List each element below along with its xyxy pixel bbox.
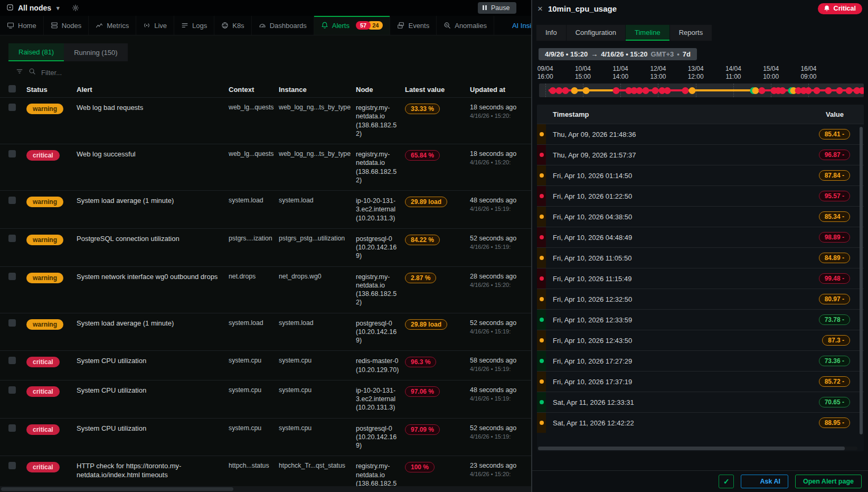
- table-row[interactable]: warningWeb log bad requestsweb_lg...ques…: [0, 97, 531, 144]
- event-row[interactable]: Thu, Apr 09, 2026 21:48:3685.41 -: [537, 124, 864, 144]
- events-horizontal-scrollbar[interactable]: [538, 447, 857, 450]
- table-row[interactable]: criticalSystem CPU utilizationsystem.cpu…: [0, 350, 531, 380]
- timeline-event-dot-warning[interactable]: [571, 87, 578, 94]
- row-checkbox[interactable]: [8, 197, 16, 204]
- table-row[interactable]: warningSystem load average (1 minute)sys…: [0, 313, 531, 351]
- row-checkbox[interactable]: [8, 273, 16, 280]
- timeline-event-dot-critical[interactable]: [556, 87, 563, 94]
- open-alert-page-button[interactable]: Open Alert page: [795, 475, 862, 488]
- row-checkbox[interactable]: [8, 150, 16, 157]
- ask-ai-button[interactable]: Ask AI: [741, 475, 788, 488]
- dashboards-icon: [259, 22, 266, 29]
- tick-date: 15/04: [763, 65, 779, 73]
- event-severity-strip: [537, 207, 546, 227]
- nav-tab-alerts[interactable]: Alerts5724: [314, 16, 391, 35]
- table-row[interactable]: warningPostgreSQL connection utilization…: [0, 228, 531, 266]
- timeline-segment-warning: [574, 89, 616, 91]
- timeline-event-dot-critical[interactable]: [682, 87, 689, 94]
- timeline-event-dot-critical[interactable]: [858, 87, 864, 94]
- close-icon[interactable]: ×: [537, 4, 543, 13]
- events-vertical-scrollbar-thumb[interactable]: [860, 127, 863, 434]
- nav-tab-metrics[interactable]: Metrics: [89, 16, 136, 35]
- panel-tab-reports[interactable]: Reports: [670, 25, 713, 41]
- status-cell: warning: [26, 319, 77, 330]
- subtab-running[interactable]: Running (150): [64, 43, 127, 61]
- table-row[interactable]: criticalSystem CPU utilizationsystem.cpu…: [0, 418, 531, 456]
- pause-button[interactable]: Pause: [478, 2, 516, 14]
- event-row[interactable]: Fri, Apr 10, 2026 12:32:5080.97 -: [537, 289, 864, 309]
- filter-input[interactable]: [41, 69, 200, 77]
- timeline-event-dot-warning[interactable]: [582, 87, 589, 94]
- status-cell: warning: [26, 235, 77, 245]
- row-checkbox[interactable]: [8, 462, 16, 469]
- node-scope-selector[interactable]: All nodes ▾: [6, 4, 60, 13]
- event-row[interactable]: Fri, Apr 10, 2026 17:37:1985.72 -: [537, 371, 864, 392]
- row-checkbox[interactable]: [8, 235, 16, 242]
- nav-tab-live[interactable]: Live: [136, 16, 174, 35]
- event-row[interactable]: Sat, Apr 11, 2026 12:33:3170.65 -: [537, 392, 864, 412]
- anomalies-icon: [444, 22, 451, 29]
- timeline-event-dot-critical[interactable]: [836, 87, 843, 94]
- timeline-event-dot-critical[interactable]: [825, 87, 832, 94]
- table-row[interactable]: warningSystem load average (1 minute)sys…: [0, 190, 531, 228]
- event-row[interactable]: Fri, Apr 10, 2026 04:48:4998.89 -: [537, 227, 864, 247]
- nav-tab-events[interactable]: Events: [390, 16, 437, 35]
- acknowledge-button[interactable]: ✓: [719, 475, 734, 488]
- row-checkbox[interactable]: [8, 319, 16, 327]
- nav-tab-ai-insights[interactable]: AI Insights: [494, 16, 531, 35]
- event-severity-strip: [537, 392, 546, 412]
- panel-tab-timeline[interactable]: Timeline: [626, 25, 670, 41]
- event-row[interactable]: Thu, Apr 09, 2026 21:57:3796.87 -: [537, 144, 864, 165]
- event-row[interactable]: Sat, Apr 11, 2026 12:42:2288.95 -: [537, 412, 864, 433]
- row-checkbox[interactable]: [8, 104, 16, 111]
- gear-icon[interactable]: [72, 4, 79, 12]
- event-row[interactable]: Fri, Apr 10, 2026 11:15:4999.48 -: [537, 268, 864, 289]
- timeline-event-dot-critical[interactable]: [758, 87, 765, 94]
- event-value-cell: 87.3 -: [822, 335, 850, 346]
- timeline-event-dot-critical[interactable]: [612, 87, 619, 94]
- row-checkbox[interactable]: [8, 386, 16, 394]
- chevron-down-icon: ▾: [56, 5, 60, 12]
- event-value-cell: 87.84 -: [819, 170, 850, 181]
- select-all-checkbox[interactable]: [8, 85, 16, 92]
- table-row[interactable]: warningSystem network interface wg0 outb…: [0, 266, 531, 313]
- table-row[interactable]: criticalWeb log successfulweb_lg...quest…: [0, 144, 531, 190]
- date-range-picker[interactable]: 4/9/26 • 15:20 → 4/16/26 • 15:20 GMT+3 •…: [539, 48, 697, 60]
- nav-tab-nodes[interactable]: Nodes: [44, 16, 89, 35]
- subtab-raised[interactable]: Raised (81): [8, 43, 64, 61]
- row-checkbox-cell: [8, 104, 26, 113]
- timeline-event-dot-critical[interactable]: [846, 87, 853, 94]
- timeline-strip[interactable]: [539, 83, 864, 97]
- event-row[interactable]: Fri, Apr 10, 2026 01:22:5095.57 -: [537, 185, 864, 206]
- nav-tab-home[interactable]: Home: [0, 16, 44, 35]
- event-row[interactable]: Fri, Apr 10, 2026 17:27:2973.36 -: [537, 350, 864, 371]
- timeline-event-dot-critical[interactable]: [805, 87, 812, 94]
- timeline-event-dot-critical[interactable]: [642, 87, 649, 94]
- timeline-event-dot-critical[interactable]: [562, 87, 569, 94]
- nav-tab-anomalies[interactable]: Anomalies: [437, 16, 494, 35]
- nav-tab-k8s[interactable]: K8s: [214, 16, 251, 35]
- panel-tab-info[interactable]: Info: [536, 25, 567, 41]
- events-vertical-scrollbar[interactable]: [860, 127, 863, 444]
- timeline-event-dot-critical[interactable]: [652, 87, 658, 94]
- table-row[interactable]: criticalSystem CPU utilizationsystem.cpu…: [0, 380, 531, 418]
- updated-ago: 18 seconds ago: [470, 104, 531, 111]
- event-row[interactable]: Fri, Apr 10, 2026 04:38:5085.34 -: [537, 206, 864, 227]
- timeline-event-dot-warning[interactable]: [689, 87, 696, 94]
- filter-icon[interactable]: [16, 68, 23, 77]
- nav-tab-logs[interactable]: Logs: [174, 16, 214, 35]
- event-row[interactable]: Fri, Apr 10, 2026 01:14:5087.84 -: [537, 165, 864, 185]
- event-row[interactable]: Fri, Apr 10, 2026 12:33:5973.78 -: [537, 309, 864, 330]
- events-horizontal-scrollbar-thumb[interactable]: [538, 447, 845, 450]
- panel-tab-configuration[interactable]: Configuration: [567, 25, 626, 41]
- timeline-event-dot-critical[interactable]: [779, 87, 786, 94]
- event-row[interactable]: Fri, Apr 10, 2026 12:43:5087.3 -: [537, 330, 864, 350]
- row-checkbox[interactable]: [8, 357, 16, 364]
- timeline-event-dot-critical[interactable]: [814, 87, 820, 94]
- event-row[interactable]: Fri, Apr 10, 2026 11:05:5084.89 -: [537, 247, 864, 268]
- nav-tab-dashboards[interactable]: Dashboards: [252, 16, 314, 35]
- row-checkbox[interactable]: [8, 424, 16, 432]
- timeline-event-dot-critical[interactable]: [664, 87, 671, 94]
- horizontal-scrollbar-thumb[interactable]: [1, 487, 233, 491]
- horizontal-scrollbar[interactable]: [0, 486, 531, 492]
